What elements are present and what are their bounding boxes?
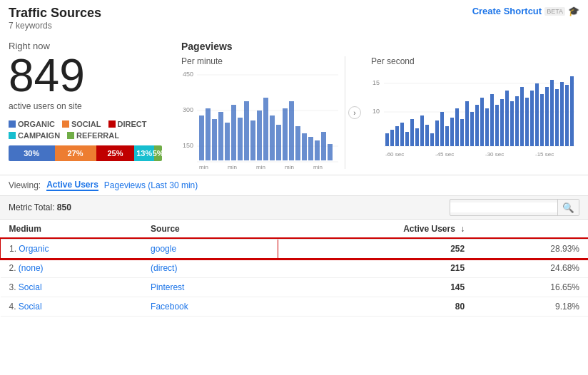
svg-rect-16	[257, 111, 262, 160]
search-box: 🔍	[450, 199, 579, 216]
svg-rect-57	[455, 108, 459, 146]
beta-badge: BETA	[544, 7, 565, 16]
organic-bar: 30%	[9, 145, 55, 161]
svg-rect-49	[415, 128, 419, 146]
svg-text:min: min	[256, 164, 265, 169]
medium-cell: 4. Social	[1, 297, 143, 317]
svg-rect-48	[410, 119, 414, 146]
per-minute-label: Per minute	[181, 56, 342, 66]
svg-rect-62	[480, 98, 484, 146]
svg-rect-19	[276, 125, 281, 160]
percent-cell: 9.18%	[473, 297, 588, 317]
svg-rect-15	[250, 120, 255, 160]
next-chevron-button[interactable]: ›	[348, 106, 361, 119]
source-link[interactable]: Pinterest	[151, 282, 184, 292]
active-users-cell: 80	[278, 297, 474, 317]
page-title: Traffic Sources	[9, 6, 101, 21]
per-minute-area: 450 300 150	[181, 69, 342, 169]
medium-link[interactable]: Organic	[19, 244, 49, 254]
per-minute-chart: Per minute 450 300 150	[181, 56, 345, 169]
source-link[interactable]: google	[151, 244, 176, 254]
table-row: 4. Social Facebook 80 9.18%	[1, 297, 589, 317]
campaign-label: CAMPAIGN	[18, 131, 60, 140]
page-header: Traffic Sources 7 keywords Create Shortc…	[0, 0, 588, 34]
row-number: 4.	[9, 302, 16, 312]
row-number: 1.	[9, 244, 16, 254]
svg-text:300: 300	[183, 106, 193, 113]
social-label: SOCIAL	[71, 120, 101, 128]
svg-rect-60	[470, 112, 474, 146]
direct-label: DIRECT	[118, 120, 147, 128]
svg-text:min: min	[228, 164, 237, 169]
svg-rect-68	[510, 101, 514, 146]
svg-rect-27	[328, 144, 333, 160]
create-shortcut-button[interactable]: Create Shortcut BETA 🎓	[472, 6, 579, 16]
svg-rect-10	[218, 112, 223, 160]
svg-rect-14	[244, 101, 249, 160]
percent-cell: 28.93%	[473, 239, 588, 259]
metric-bar: Metric Total: 850 🔍	[0, 195, 588, 220]
metric-total-label: Metric Total: 850	[9, 202, 71, 212]
svg-rect-80	[570, 76, 574, 146]
svg-rect-8	[206, 108, 211, 160]
svg-rect-52	[430, 133, 434, 146]
svg-rect-43	[385, 133, 389, 146]
organic-dot	[9, 120, 16, 128]
viewing-label: Viewing:	[9, 180, 41, 190]
referral-label: REFERRAL	[76, 131, 119, 140]
svg-rect-72	[530, 91, 534, 146]
svg-rect-79	[565, 85, 569, 146]
svg-rect-63	[485, 108, 489, 146]
active-users-cell: 145	[278, 278, 474, 297]
svg-rect-58	[460, 119, 464, 146]
create-shortcut-label: Create Shortcut	[472, 6, 542, 16]
social-bar: 27%	[55, 145, 96, 161]
legend: ORGANIC SOCIAL DIRECT CAMPAIGN REFERRAL	[9, 120, 173, 140]
legend-referral: REFERRAL	[67, 131, 119, 140]
medium-link[interactable]: Social	[19, 282, 42, 292]
direct-bar: 25%	[96, 145, 135, 161]
legend-organic: ORGANIC	[9, 120, 55, 128]
svg-rect-55	[445, 126, 449, 146]
source-header: Source	[142, 220, 278, 239]
referral-bar: 5%	[154, 145, 162, 161]
svg-text:-45 sec: -45 sec	[435, 151, 454, 158]
svg-rect-22	[295, 126, 300, 160]
svg-rect-76	[550, 80, 554, 146]
svg-rect-78	[560, 82, 564, 146]
search-button[interactable]: 🔍	[557, 200, 579, 215]
medium-link[interactable]: Social	[19, 302, 42, 312]
svg-text:min: min	[313, 164, 323, 169]
svg-rect-54	[440, 112, 444, 146]
svg-rect-47	[405, 132, 409, 146]
svg-rect-13	[238, 118, 243, 160]
chevron-area: ›	[345, 56, 364, 169]
svg-rect-74	[540, 94, 544, 146]
svg-rect-45	[395, 126, 399, 146]
legend-campaign: CAMPAIGN	[9, 131, 60, 140]
source-cell: (direct)	[142, 259, 278, 278]
row-number: 3.	[9, 282, 16, 292]
svg-rect-18	[270, 115, 275, 160]
svg-rect-25	[315, 140, 320, 160]
pageviews-tab[interactable]: Pageviews (Last 30 min)	[104, 180, 198, 190]
source-link[interactable]: Facebook	[151, 302, 188, 312]
metric-value: 850	[57, 202, 71, 212]
svg-text:10: 10	[372, 108, 380, 115]
medium-link[interactable]: (none)	[19, 263, 44, 273]
traffic-bar-chart: 30% 27% 25% 13% 5%	[9, 145, 162, 161]
svg-rect-69	[515, 96, 519, 146]
percent-cell: 16.65%	[473, 278, 588, 297]
svg-rect-12	[231, 105, 236, 160]
svg-rect-59	[465, 101, 469, 146]
active-user-count: 849	[9, 53, 173, 98]
search-input[interactable]	[450, 202, 557, 212]
svg-rect-51	[425, 125, 429, 146]
percent-header	[473, 220, 588, 239]
main-content: Right now 849 active users on site ORGAN…	[0, 34, 588, 169]
active-users-tab[interactable]: Active Users	[46, 180, 98, 191]
table-row: 2. (none) (direct) 215 24.68%	[1, 259, 589, 278]
source-link[interactable]: (direct)	[151, 263, 177, 273]
table-row: 1. Organic google 252 28.93%	[1, 239, 589, 259]
svg-rect-56	[450, 118, 454, 146]
